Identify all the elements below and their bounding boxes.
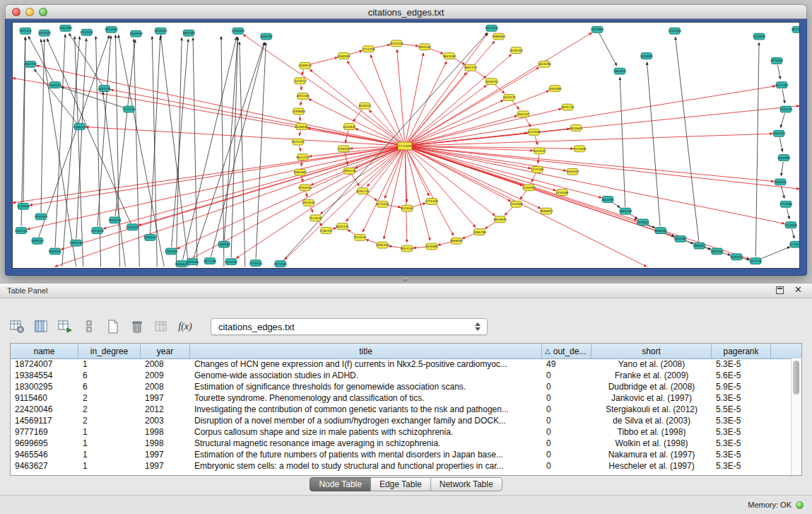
table-row[interactable]: 1830029562008Estimation of significance … xyxy=(11,381,791,392)
table-cell: Investigating the contribution of common… xyxy=(190,404,542,414)
table-panel-header: Table Panel ✕ xyxy=(0,284,812,298)
network-node-label: 1069384 xyxy=(654,229,667,233)
column-header-name[interactable]: name xyxy=(11,344,78,358)
show-columns-button[interactable] xyxy=(31,317,51,337)
network-node-label: 1975715 xyxy=(561,105,575,109)
network-node-label: 1048754 xyxy=(485,80,498,83)
table-row[interactable]: 977716911998Corpus callosum shape and si… xyxy=(11,426,791,438)
network-node-label: 1830021 xyxy=(358,104,372,107)
network-canvas[interactable]: 1772409218953422725122051106119988024400… xyxy=(13,23,799,268)
network-node-label: 9056541 xyxy=(48,250,61,253)
network-node-label: 8103462 xyxy=(401,206,414,210)
import-table-button[interactable] xyxy=(151,317,171,337)
network-node-label: 2079621 xyxy=(636,221,649,224)
table-selector-dropdown[interactable]: citations_edges.txt xyxy=(211,318,488,335)
table-cell: 5.3E-5 xyxy=(712,393,771,403)
function-builder-button[interactable]: f(x) xyxy=(175,317,195,337)
network-node-label: 1501321 xyxy=(19,29,33,33)
delete-table-button[interactable] xyxy=(127,317,147,337)
close-panel-icon[interactable]: ✕ xyxy=(794,284,802,295)
table-cell: 9115460 xyxy=(11,393,78,403)
table-cell: 22420046 xyxy=(11,404,78,414)
table-cell: 9777169 xyxy=(11,427,78,437)
table-scrollbar-thumb[interactable] xyxy=(793,361,799,395)
network-node-label: 1154840 xyxy=(753,35,766,38)
table-row[interactable]: 1872400712008Changes of HCN gene express… xyxy=(11,358,791,370)
new-table-button[interactable] xyxy=(103,317,123,337)
network-node-label: 1986063 xyxy=(492,35,505,38)
table-cell: Nakamura et al. (1997) xyxy=(592,450,712,460)
table-toolbar: f(x) citations_edges.txt xyxy=(7,315,488,339)
network-node-label: 2204097 xyxy=(522,186,536,189)
function-icon: f(x) xyxy=(178,321,192,332)
network-node-label: 1291745 xyxy=(356,189,370,193)
network-node-label: 1067427 xyxy=(517,112,530,116)
tab-node-table[interactable]: Node Table xyxy=(310,477,371,491)
table-cell: 1997 xyxy=(141,450,190,460)
table-cell: 5.3E-5 xyxy=(712,461,771,471)
network-node-label: 1850342 xyxy=(418,45,432,49)
table-row[interactable]: 911546021997Tourette syndrome. Phenomeno… xyxy=(11,392,791,404)
network-node-label: 1974501 xyxy=(770,59,784,63)
network-node-label: 6051322 xyxy=(401,247,414,250)
table-row[interactable]: 1938455462009Genome-wide association stu… xyxy=(11,370,791,381)
table-cell: 2008 xyxy=(141,382,190,392)
network-node-label: 2260583 xyxy=(232,29,245,33)
network-node-label: 7524542 xyxy=(309,216,322,220)
column-header-year[interactable]: year xyxy=(141,344,190,358)
create-column-button[interactable] xyxy=(55,317,75,337)
network-node-label: 1504573 xyxy=(502,95,516,99)
table-mode-button[interactable] xyxy=(7,317,27,337)
node-table: name in_degree year title △ out_de... sh… xyxy=(10,343,802,476)
column-header-out-degree[interactable]: △ out_de... xyxy=(542,344,592,358)
network-node-label: 1610427 xyxy=(566,170,579,173)
table-scrollbar[interactable] xyxy=(791,358,801,475)
column-header-title[interactable]: title xyxy=(190,344,542,358)
network-node-label: 1702590 xyxy=(108,218,122,222)
float-panel-icon[interactable] xyxy=(776,286,784,294)
table-cell: Dudbridge et al. (2008) xyxy=(592,382,712,392)
table-cell: 0 xyxy=(542,461,592,471)
table-row[interactable]: 969969511998Structural magnetic resonanc… xyxy=(11,438,791,449)
table-row[interactable]: 2242004622012Investigating the contribut… xyxy=(11,404,791,415)
table-row[interactable]: 946362711997Embryonic stem cells: a mode… xyxy=(11,460,791,472)
network-node-label: 1640324 xyxy=(48,83,61,87)
network-node-label: 1077770 xyxy=(749,259,763,263)
network-node-label: 1321648 xyxy=(527,130,541,134)
network-node-label: 1090341 xyxy=(774,180,787,184)
table-cell: 1998 xyxy=(141,427,190,437)
network-node-label: 1358454 xyxy=(337,147,351,151)
network-node-label: 2051106 xyxy=(98,87,111,90)
network-node-label: 9015135 xyxy=(336,225,349,228)
network-window-titlebar[interactable]: citations_edges.txt xyxy=(5,4,807,19)
table-cell: de Silva et al. (2003) xyxy=(592,416,712,426)
dropdown-arrows-icon xyxy=(471,322,487,331)
column-header-short[interactable]: short xyxy=(592,344,712,358)
column-header-in-degree[interactable]: in_degree xyxy=(78,344,141,358)
network-node-label: 1434129 xyxy=(779,107,793,111)
network-node-label: 6773441 xyxy=(789,243,799,246)
network-node-label: 1210035 xyxy=(784,223,798,227)
network-node-label: 1914554 xyxy=(302,201,315,204)
network-node-label: 1654296 xyxy=(538,62,551,66)
network-node-label: 1495794 xyxy=(473,230,486,234)
panel-splitter[interactable] xyxy=(0,276,812,283)
network-node-label: 1721058 xyxy=(362,47,375,51)
row-mode-button[interactable] xyxy=(79,317,99,337)
table-cell: 5.5E-5 xyxy=(712,404,771,414)
table-cell: 6 xyxy=(78,370,141,380)
column-header-filler xyxy=(771,344,801,358)
column-header-pagerank[interactable]: pagerank xyxy=(712,344,771,358)
table-row[interactable]: 946554611997Estimation of the future num… xyxy=(11,449,791,460)
network-node-label: 2260583 xyxy=(337,54,351,58)
table-gear-icon xyxy=(9,319,25,334)
table-cell: 18724007 xyxy=(11,359,78,369)
tab-network-table[interactable]: Network Table xyxy=(430,477,502,491)
table-row[interactable]: 1456911722003Disruption of a novel membe… xyxy=(11,415,791,426)
table-cell: Yano et al. (2008) xyxy=(592,359,712,369)
network-node-label: 9913585 xyxy=(105,28,118,31)
tab-edge-table[interactable]: Edge Table xyxy=(370,477,431,491)
network-node-label: 9621354 xyxy=(296,156,310,159)
table-cell: 1 xyxy=(78,427,141,437)
table-cell: Estimation of the future numbers of pati… xyxy=(190,450,542,460)
